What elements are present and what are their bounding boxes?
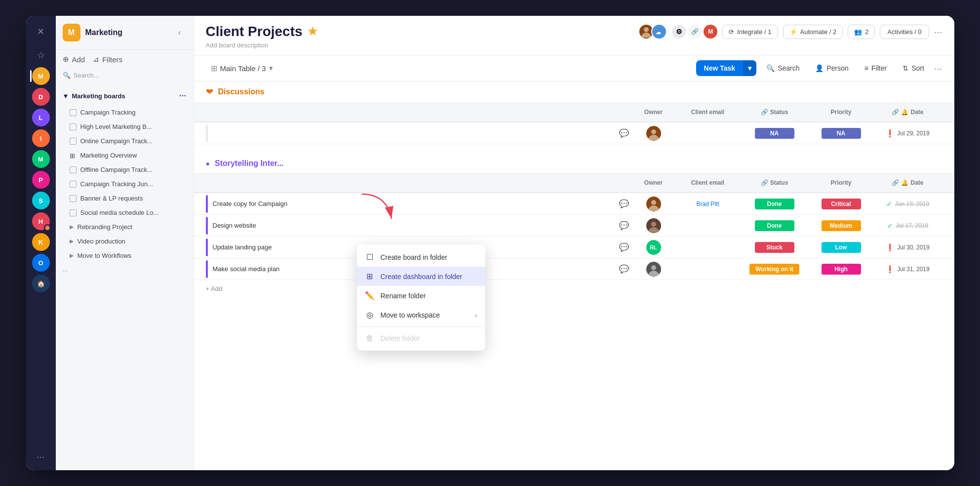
integrate-icon-1: ⚙ — [672, 25, 686, 39]
col-name — [206, 108, 631, 116]
row-priority[interactable]: Critical — [809, 199, 873, 209]
move-icon: ◎ — [365, 310, 375, 320]
board-icon — [70, 209, 77, 216]
col-name — [206, 179, 631, 187]
integrate-icon-gmail: M — [704, 25, 717, 39]
new-task-label[interactable]: New Task — [696, 60, 744, 76]
link-icon: 🔗 — [892, 179, 899, 186]
more-workspaces-icon[interactable]: ··· — [37, 451, 45, 462]
workspace-avatar-o[interactable]: O — [32, 254, 50, 272]
row-priority[interactable]: Medium — [809, 220, 873, 231]
link-icon: 🔗 — [761, 109, 768, 116]
workspace-avatar-m[interactable]: M — [32, 67, 50, 85]
alert-icon: ❗ — [886, 243, 894, 251]
close-icon[interactable]: ✕ — [33, 24, 49, 40]
workspace-avatar-l[interactable]: L — [32, 109, 50, 126]
sort-button[interactable]: ⇅ Sort — [897, 61, 930, 76]
person-button[interactable]: 👤 Person — [809, 61, 854, 76]
section-header[interactable]: ▼ Marketing boards ··· — [56, 87, 194, 105]
workspace-avatar-home[interactable]: 🏠 — [32, 275, 50, 292]
sidebar-item-banner[interactable]: Banner & LP requests — [56, 191, 194, 205]
page-subtitle: Add board description — [206, 41, 317, 49]
new-task-dropdown[interactable]: ▾ — [743, 60, 756, 76]
workspace-avatar-i[interactable]: I — [32, 129, 50, 147]
automate-button[interactable]: ⚡ Automate / 2 — [783, 25, 843, 39]
context-delete-folder: 🗑 Delete folder — [357, 329, 485, 348]
sidebar-item-campaign-jun[interactable]: Campaign Tracking Jun... — [56, 177, 194, 191]
plus-icon: ⊕ — [63, 55, 69, 64]
chevron-right-icon: ▶ — [70, 238, 74, 244]
context-create-board[interactable]: ☐ Create board in folder — [357, 247, 485, 267]
filter-button[interactable]: ≡ Filter — [859, 61, 893, 76]
svg-point-4 — [651, 200, 656, 205]
workspace-avatar-m2[interactable]: M — [32, 150, 50, 168]
members-button[interactable]: 👥 2 — [848, 25, 875, 39]
row-priority[interactable]: Low — [809, 242, 873, 253]
sidebar-item-marketing-overview[interactable]: ⊞ Marketing Overview — [56, 148, 194, 162]
context-create-dashboard[interactable]: ⊞ Create dashboard in folder — [357, 267, 485, 286]
row-chat-icon[interactable]: 💬 — [617, 128, 631, 138]
star-icon[interactable]: ☆ — [32, 46, 50, 64]
chevron-right-icon: ▶ — [70, 252, 74, 259]
favorite-icon[interactable]: ★ — [308, 25, 317, 38]
row-priority[interactable]: NA — [809, 128, 873, 139]
sidebar-item-video[interactable]: ▶ Video production — [56, 234, 194, 248]
integrate-button[interactable]: ⟳ Integrate / 1 — [722, 25, 778, 39]
sidebar-item-campaign-tracking[interactable]: Campaign Tracking — [56, 105, 194, 120]
context-move-workspace[interactable]: ◎ Move to workspace › — [357, 305, 485, 324]
row-status[interactable]: Done — [740, 220, 809, 231]
sidebar-search[interactable]: 🔍 Search... — [56, 69, 194, 84]
sidebar-item-high-level[interactable]: High Level Marketing B... — [56, 120, 194, 134]
group-discussions-icon: ❤ — [206, 86, 213, 97]
col-date: 🔗 🔔 Date — [873, 179, 942, 186]
workspace-avatar-d[interactable]: D — [32, 88, 50, 106]
owner-avatar — [646, 218, 661, 233]
row-owner — [631, 262, 676, 277]
search-icon: 🔍 — [766, 64, 775, 72]
sidebar-item-workflows[interactable]: ▶ Move to Workflows — [56, 248, 194, 263]
search-button[interactable]: 🔍 Search — [760, 61, 805, 76]
table-row: Update landing page 💬 RL Stuck Low ❗ Jul — [194, 237, 954, 258]
row-chat-icon[interactable]: 💬 — [617, 264, 631, 274]
sidebar-item-rebranding[interactable]: ▶ Rebranding Project — [56, 220, 194, 234]
table-selector[interactable]: ⊞ Main Table / 3 ▾ — [206, 61, 278, 76]
row-status[interactable]: Done — [740, 199, 809, 209]
row-border — [206, 195, 208, 213]
row-chat-icon[interactable]: 💬 — [617, 221, 631, 230]
svg-point-6 — [651, 265, 656, 270]
status-badge: NA — [755, 128, 794, 139]
sidebar-section-marketing: ▼ Marketing boards ··· Campaign Tracking… — [56, 87, 194, 278]
workspace-avatar-h[interactable]: H 🔒 — [32, 212, 50, 230]
add-button[interactable]: ⊕ Add — [63, 55, 85, 64]
workspace-avatar-p[interactable]: P — [32, 171, 50, 189]
chevron-right-icon: ▶ — [70, 224, 74, 230]
integrate-icon-2: 🔗 — [688, 25, 702, 39]
row-status[interactable]: Working on it — [740, 264, 809, 275]
row-chat-icon[interactable]: 💬 — [617, 199, 631, 208]
sidebar-item-online-campaign[interactable]: Online Campaign Track... — [56, 134, 194, 148]
priority-badge: Low — [822, 242, 861, 253]
group-discussions: ❤ Discussions Owner Client email 🔗 Statu… — [194, 81, 954, 144]
header-more-icon[interactable]: ··· — [934, 26, 942, 38]
row-email[interactable]: Brad Pitt — [676, 201, 740, 207]
dashboard-icon: ⊞ — [365, 272, 375, 281]
section-more-icon[interactable]: ··· — [179, 91, 186, 101]
workspace-avatar-k[interactable]: K — [32, 233, 50, 251]
workspace-avatar-s[interactable]: S — [32, 192, 50, 209]
new-task-button[interactable]: New Task ▾ — [696, 60, 757, 76]
activities-button[interactable]: Activities / 0 — [880, 25, 929, 39]
sidebar: M Marketing ‹ ⊕ Add ⊿ Filters 🔍 Search..… — [56, 16, 194, 470]
chevron-down-icon: ▼ — [63, 92, 69, 100]
more-items[interactable]: ··· — [56, 263, 194, 278]
sidebar-collapse-button[interactable]: ‹ — [173, 26, 187, 40]
filter-button[interactable]: ⊿ Filters — [93, 55, 122, 64]
row-chat-icon[interactable]: 💬 — [617, 243, 631, 252]
toolbar-more-icon[interactable]: ··· — [934, 63, 942, 74]
row-status[interactable]: Stuck — [740, 242, 809, 253]
add-row-button[interactable]: + Add — [194, 280, 954, 297]
row-status[interactable]: NA — [740, 128, 809, 139]
sidebar-item-offline-campaign[interactable]: Offline Campaign Track... — [56, 162, 194, 177]
context-rename-folder[interactable]: ✏️ Rename folder — [357, 286, 485, 305]
row-priority[interactable]: High — [809, 264, 873, 275]
sidebar-item-social[interactable]: Social media schedule Lo... — [56, 205, 194, 220]
